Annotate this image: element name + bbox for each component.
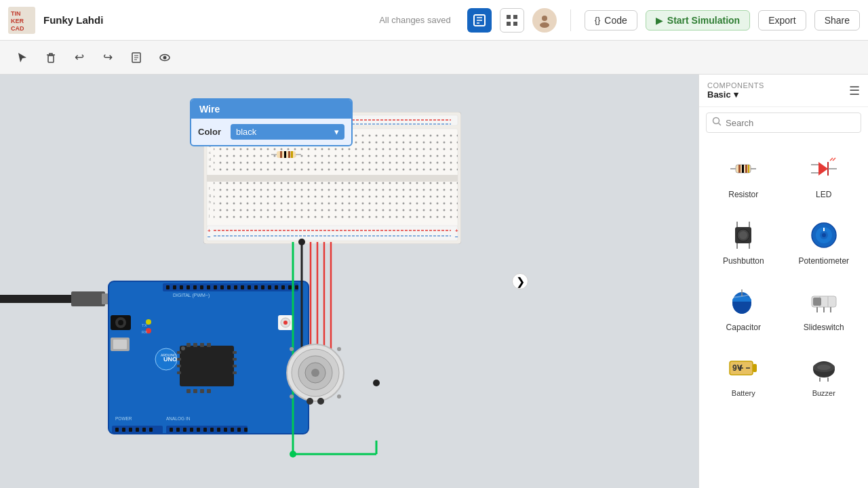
svg-point-14 [163,56,167,59]
svg-point-145 [373,380,380,386]
svg-rect-82 [136,428,139,432]
svg-rect-80 [122,428,125,432]
component-potentiometer[interactable]: Potentiometer [785,210,863,274]
svg-point-207 [817,365,831,370]
svg-rect-132 [284,151,286,158]
svg-rect-15 [0,295,75,303]
speaker [281,336,349,413]
svg-rect-93 [224,428,227,432]
svg-point-152 [290,347,294,351]
redo-tool-btn[interactable]: ↪ [96,46,119,69]
svg-rect-50 [233,351,237,354]
svg-rect-46 [177,351,181,354]
notes-tool-btn[interactable] [125,46,148,69]
search-icon [712,117,722,129]
svg-rect-131 [280,151,282,158]
svg-text:j: j [208,214,210,218]
svg-rect-33 [248,285,251,289]
svg-point-158 [713,118,719,124]
svg-rect-38 [281,285,285,289]
svg-rect-30 [227,285,231,289]
svg-line-173 [830,158,833,161]
share-btn[interactable]: Share [814,10,860,30]
delete-tool-btn[interactable] [39,46,62,69]
svg-rect-55 [193,343,197,347]
svg-rect-40 [295,285,298,289]
search-input[interactable] [726,118,855,128]
svg-rect-57 [207,343,211,347]
svg-rect-121 [207,226,458,241]
svg-rect-83 [142,428,146,432]
capacitor-icon [726,285,760,319]
svg-rect-36 [268,285,271,289]
search-box [706,113,861,133]
svg-line-174 [833,158,835,161]
component-battery[interactable]: 9V Battery [705,343,783,405]
svg-rect-92 [217,428,220,432]
svg-rect-29 [220,285,224,289]
svg-rect-52 [233,365,237,367]
component-resistor[interactable]: Resistor [705,144,783,207]
topbar: TIN KER CAD Funky Lahdi All changes save… [0,0,868,41]
user-avatar-btn[interactable] [532,8,557,33]
svg-rect-84 [149,428,153,432]
svg-rect-60 [200,389,204,393]
select-tool-btn[interactable] [11,46,34,69]
chevron-down-icon: ▾ [734,89,738,100]
svg-rect-39 [288,285,292,289]
svg-text:+: + [208,228,211,234]
svg-text:i: i [209,207,210,211]
component-slideswitch[interactable]: Slideswitch [785,277,863,340]
svg-rect-8 [513,22,517,26]
svg-rect-85 [170,428,173,432]
svg-rect-81 [129,428,132,432]
svg-rect-58 [186,389,191,393]
dropdown-arrow-icon: ▾ [334,127,339,137]
component-pushbutton[interactable]: Pushbutton [705,210,783,274]
svg-point-153 [337,347,341,351]
component-led[interactable]: LED [785,144,863,207]
svg-rect-94 [231,428,234,432]
eye-tool-btn[interactable] [153,46,176,69]
chevron-right-icon: ❯ [516,275,525,288]
svg-text:h: h [209,200,211,204]
svg-text:−: − [455,234,458,240]
svg-rect-24 [186,285,190,289]
component-buzzer[interactable]: Buzzer [785,343,863,405]
components-grid: Resistor LED [699,138,868,411]
svg-rect-90 [203,428,207,432]
project-name[interactable]: Funky Lahdi [43,14,371,26]
svg-rect-53 [233,371,237,374]
svg-text:RX: RX [142,330,147,334]
list-view-icon[interactable]: ☰ [849,83,860,98]
buzzer-icon [807,351,841,385]
svg-rect-120 [214,182,458,219]
svg-point-62 [181,346,185,350]
svg-rect-27 [207,285,210,289]
code-btn[interactable]: {} Code [585,10,637,30]
svg-rect-71 [113,340,127,349]
svg-point-154 [290,394,294,399]
battery-icon: 9V [726,351,760,385]
canvas-area[interactable]: DIGITAL (PWM~) ARDUINO UNO [0,75,698,488]
svg-rect-59 [193,389,197,393]
wire-popup-header: Wire [191,100,351,119]
svg-rect-31 [234,285,237,289]
svg-rect-79 [115,428,119,432]
color-select[interactable]: black ▾ [231,124,344,140]
wire-popup-body: Color black ▾ [191,119,351,145]
start-simulation-btn[interactable]: ▶ Start Simulation [646,10,750,30]
grid-icon-btn[interactable] [500,8,524,33]
toolbar: ↩ ↪ [0,41,868,75]
component-capacitor[interactable]: Capacitor [705,277,783,340]
svg-rect-95 [237,428,241,432]
right-panel: Components Basic ▾ ☰ [698,75,868,488]
components-filter-dropdown[interactable]: Basic ▾ [707,89,764,100]
svg-rect-48 [177,365,181,367]
tinkercad-icon-btn[interactable] [467,8,492,33]
svg-point-151 [311,369,319,377]
undo-tool-btn[interactable]: ↩ [68,46,91,69]
svg-rect-51 [233,358,237,361]
collapse-panel-btn[interactable]: ❯ [512,273,528,289]
export-btn[interactable]: Export [758,10,806,30]
